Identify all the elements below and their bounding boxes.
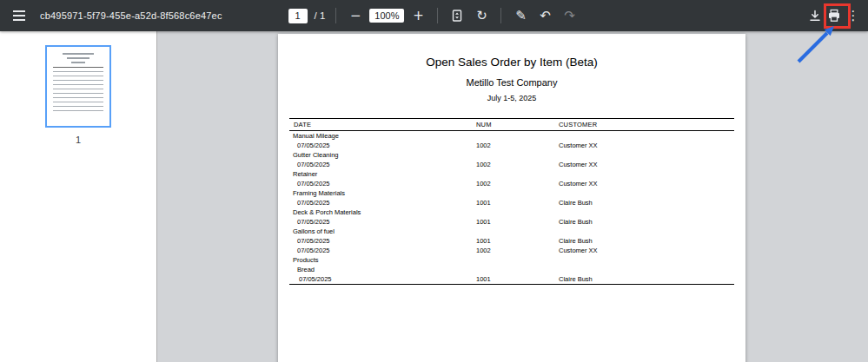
annotate-button[interactable]: ✎ — [510, 4, 531, 27]
pdf-viewer-window: cb495971-5f79-455e-a52d-8f568c6e47ec / 1… — [0, 0, 868, 362]
report-period: July 1-5, 2025 — [278, 94, 745, 102]
order-row: 07/05/2025 1002 Customer XX — [289, 141, 734, 150]
customer-cell: Customer XX — [559, 181, 734, 188]
date-cell: 07/05/2025 — [289, 161, 476, 168]
item-group-row: Deck & Porch Materials — [289, 207, 734, 217]
customer-cell: Claire Bush — [559, 200, 734, 207]
thumbnail-content — [71, 62, 85, 63]
date-cell: 07/05/2025 — [289, 276, 476, 283]
order-row: 07/05/2025 1002 Customer XX — [289, 246, 734, 255]
document-filename: cb495971-5f79-455e-a52d-8f568c6e47ec — [40, 10, 222, 21]
order-row: 07/05/2025 1001 Claire Bush — [289, 236, 734, 246]
thumbnail-content — [53, 71, 103, 113]
item-name: Gutter Cleaning — [289, 152, 476, 159]
report-table: DATE NUM CUSTOMER Manual Mileage 07/05/2… — [289, 118, 734, 285]
redo-icon: ↷ — [564, 10, 575, 23]
print-icon — [827, 9, 841, 23]
table-header-row: DATE NUM CUSTOMER — [289, 119, 734, 131]
menu-button[interactable] — [9, 4, 30, 27]
customer-cell: Claire Bush — [559, 276, 734, 283]
thumbnail-content — [53, 67, 103, 68]
print-button[interactable] — [825, 4, 844, 27]
date-cell: 07/05/2025 — [289, 200, 476, 207]
zoom-level-display[interactable]: 100% — [369, 9, 404, 23]
page-thumbnail[interactable] — [45, 45, 111, 128]
num-cell: 1002 — [476, 142, 559, 149]
pdf-page: Open Sales Order by Item (Beta) Metillo … — [278, 34, 745, 362]
item-name: Retainer — [289, 171, 476, 178]
zoom-in-button[interactable]: + — [407, 4, 428, 27]
date-cell: 07/05/2025 — [289, 238, 476, 245]
item-name: Products — [289, 257, 476, 264]
redo-button[interactable]: ↷ — [559, 4, 580, 27]
num-cell: 1002 — [476, 181, 559, 188]
date-cell: 07/05/2025 — [289, 219, 476, 226]
undo-icon: ↶ — [540, 10, 551, 23]
date-cell: 07/05/2025 — [289, 142, 476, 149]
num-cell: 1001 — [476, 219, 559, 226]
customer-cell: Customer XX — [559, 161, 734, 168]
rotate-button[interactable]: ↻ — [471, 4, 492, 27]
document-viewport[interactable]: Open Sales Order by Item (Beta) Metillo … — [157, 31, 868, 362]
order-row: 07/05/2025 1001 Claire Bush — [289, 217, 734, 227]
rotate-icon: ↻ — [476, 10, 487, 23]
column-header-customer: CUSTOMER — [559, 122, 734, 128]
num-cell: 1001 — [476, 276, 559, 283]
num-cell: 1001 — [476, 200, 559, 207]
customer-cell: Customer XX — [559, 142, 734, 149]
fit-page-icon — [451, 10, 463, 22]
item-name: Deck & Porch Materials — [289, 209, 476, 216]
download-icon — [808, 9, 822, 23]
date-cell: 07/05/2025 — [289, 181, 476, 188]
fit-page-button[interactable] — [447, 4, 467, 27]
column-header-num: NUM — [476, 122, 559, 128]
item-name: Framing Materials — [289, 190, 476, 197]
report-title: Open Sales Order by Item (Beta) — [278, 56, 745, 69]
order-row: 07/05/2025 1001 Claire Bush — [289, 198, 734, 207]
more-options-button[interactable]: ⋮ — [844, 4, 863, 27]
customer-cell: Claire Bush — [559, 219, 734, 226]
num-cell: 1002 — [476, 247, 559, 254]
pdf-toolbar: cb495971-5f79-455e-a52d-8f568c6e47ec / 1… — [0, 0, 868, 31]
thumbnail-content — [63, 53, 94, 55]
item-group-row: Manual Mileage — [289, 131, 734, 141]
date-cell: 07/05/2025 — [289, 247, 476, 254]
zoom-out-button[interactable]: − — [345, 4, 366, 27]
order-row: 07/05/2025 1001 Claire Bush — [289, 274, 734, 284]
page-count-label: / 1 — [315, 10, 326, 21]
customer-cell: Claire Bush — [559, 238, 734, 245]
thumbnail-content — [67, 57, 89, 59]
item-group-row: Bread — [289, 265, 734, 274]
page-number-input[interactable] — [288, 9, 308, 23]
toolbar-divider — [500, 8, 501, 23]
customer-cell: Customer XX — [559, 247, 734, 254]
download-button[interactable] — [805, 4, 825, 27]
thumbnail-panel: 1 — [0, 31, 157, 362]
item-group-row: Gutter Cleaning — [289, 150, 734, 160]
toolbar-divider — [437, 8, 438, 23]
column-header-date: DATE — [289, 122, 476, 128]
item-name: Bread — [289, 267, 476, 273]
item-group-row: Gallons of fuel — [289, 227, 734, 236]
three-dot-menu-icon: ⋮ — [847, 10, 860, 23]
item-name: Manual Mileage — [289, 133, 476, 140]
item-group-row: Framing Materials — [289, 188, 734, 198]
pen-icon: ✎ — [515, 10, 527, 23]
item-group-row: Retainer — [289, 169, 734, 179]
thumbnail-page-number: 1 — [76, 135, 81, 145]
num-cell: 1002 — [476, 161, 559, 168]
hamburger-icon — [13, 10, 25, 21]
company-name: Metillo Test Company — [278, 77, 745, 88]
order-row: 07/05/2025 1002 Customer XX — [289, 179, 734, 188]
item-name: Gallons of fuel — [289, 228, 476, 235]
order-row: 07/05/2025 1002 Customer XX — [289, 160, 734, 169]
toolbar-divider — [335, 8, 336, 23]
undo-button[interactable]: ↶ — [534, 4, 555, 27]
num-cell: 1001 — [476, 238, 559, 245]
item-group-row: Products — [289, 255, 734, 265]
